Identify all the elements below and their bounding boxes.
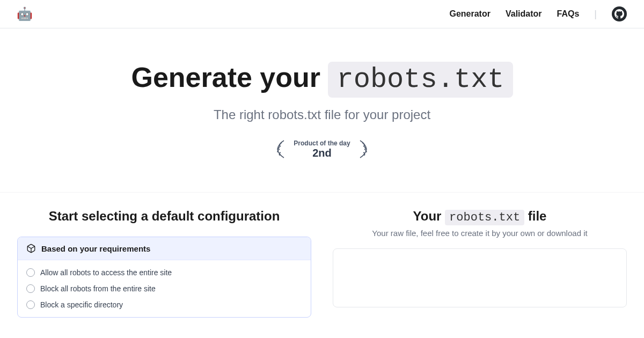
radio-icon xyxy=(26,300,35,309)
logo-icon[interactable]: 🤖 xyxy=(17,6,32,21)
config-header: Based on your requirements xyxy=(18,237,311,260)
nav-generator[interactable]: Generator xyxy=(449,9,490,19)
product-badge[interactable]: Product of the day 2nd xyxy=(11,138,633,160)
github-icon[interactable] xyxy=(612,6,627,21)
output-title-prefix: Your xyxy=(413,209,445,223)
output-title-suffix: file xyxy=(524,209,546,223)
hero-subtitle: The right robots.txt file for your proje… xyxy=(11,107,633,122)
config-column: Start selecting a default configuration … xyxy=(17,209,311,318)
hero-title: Generate your robots.txt xyxy=(11,61,633,97)
nav-faqs[interactable]: FAQs xyxy=(557,9,580,19)
output-title-code: robots.txt xyxy=(445,210,524,225)
radio-label: Block a specific directory xyxy=(40,300,123,309)
radio-block-all[interactable]: Block all robots from the entire site xyxy=(18,281,311,297)
laurel-left-icon xyxy=(274,138,287,160)
hero: Generate your robots.txt The right robot… xyxy=(0,28,644,181)
output-box[interactable] xyxy=(333,248,627,307)
radio-block-dir[interactable]: Block a specific directory xyxy=(18,297,311,313)
nav-divider: | xyxy=(594,9,597,20)
output-title: Your robots.txt file xyxy=(333,209,627,224)
hero-title-prefix: Generate your xyxy=(131,62,328,93)
content: Start selecting a default configuration … xyxy=(0,192,644,318)
output-subtitle: Your raw file, feel free to create it by… xyxy=(333,229,627,238)
laurel-right-icon xyxy=(357,138,370,160)
radio-icon xyxy=(26,284,35,293)
hero-title-code: robots.txt xyxy=(328,62,513,98)
radio-label: Allow all robots to access the entire si… xyxy=(40,268,172,277)
header: 🤖 Generator Validator FAQs | xyxy=(0,0,644,28)
badge-label: Product of the day xyxy=(294,139,350,147)
radio-icon xyxy=(26,268,35,277)
badge-text: Product of the day 2nd xyxy=(294,139,350,159)
radio-allow-all[interactable]: Allow all robots to access the entire si… xyxy=(18,264,311,281)
output-column: Your robots.txt file Your raw file, feel… xyxy=(333,209,627,318)
badge-rank: 2nd xyxy=(294,147,350,159)
config-title: Start selecting a default configuration xyxy=(17,209,311,224)
radio-label: Block all robots from the entire site xyxy=(40,284,156,293)
nav: Generator Validator FAQs | xyxy=(449,6,627,21)
package-icon xyxy=(26,244,36,253)
config-header-text: Based on your requirements xyxy=(41,244,150,253)
nav-validator[interactable]: Validator xyxy=(506,9,542,19)
config-box: Based on your requirements Allow all rob… xyxy=(17,237,311,318)
radio-list: Allow all robots to access the entire si… xyxy=(18,260,311,317)
